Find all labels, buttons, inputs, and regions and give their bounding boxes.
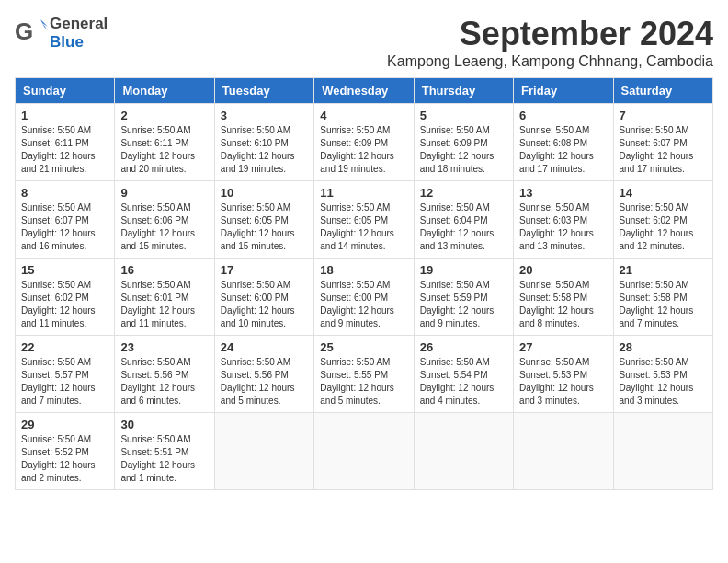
day-number: 13: [519, 186, 607, 200]
table-row: 10Sunrise: 5:50 AMSunset: 6:05 PMDayligh…: [214, 181, 313, 259]
calendar-week-row: 8Sunrise: 5:50 AMSunset: 6:07 PMDaylight…: [16, 181, 713, 259]
table-row: 11Sunrise: 5:50 AMSunset: 6:05 PMDayligh…: [314, 181, 414, 259]
day-number: 14: [620, 186, 707, 200]
calendar-header-row: Sunday Monday Tuesday Wednesday Thursday…: [16, 78, 713, 104]
table-row: [514, 413, 613, 490]
day-info: Sunrise: 5:50 AMSunset: 6:05 PMDaylight:…: [320, 201, 407, 253]
logo-general-text: General: [50, 15, 108, 32]
day-number: 22: [21, 340, 108, 354]
day-info: Sunrise: 5:50 AMSunset: 6:06 PMDaylight:…: [120, 201, 208, 253]
month-title: September 2024: [387, 15, 713, 53]
table-row: 6Sunrise: 5:50 AMSunset: 6:08 PMDaylight…: [514, 104, 613, 181]
day-info: Sunrise: 5:50 AMSunset: 5:51 PMDaylight:…: [120, 433, 208, 485]
day-info: Sunrise: 5:50 AMSunset: 5:53 PMDaylight:…: [519, 356, 607, 408]
col-saturday: Saturday: [613, 78, 712, 104]
table-row: 26Sunrise: 5:50 AMSunset: 5:54 PMDayligh…: [414, 336, 513, 413]
day-number: 1: [21, 109, 108, 122]
day-number: 11: [320, 186, 407, 200]
calendar-week-row: 29Sunrise: 5:50 AMSunset: 5:52 PMDayligh…: [16, 413, 713, 490]
day-info: Sunrise: 5:50 AMSunset: 6:07 PMDaylight:…: [620, 124, 707, 176]
day-number: 12: [420, 186, 507, 200]
table-row: [214, 413, 313, 490]
day-number: 7: [620, 109, 707, 122]
table-row: 7Sunrise: 5:50 AMSunset: 6:07 PMDaylight…: [613, 104, 712, 181]
day-info: Sunrise: 5:50 AMSunset: 6:02 PMDaylight:…: [620, 201, 707, 253]
day-info: Sunrise: 5:50 AMSunset: 6:10 PMDaylight:…: [221, 124, 308, 176]
header: G General Blue September 2024 Kampong Le…: [15, 15, 713, 70]
table-row: [414, 413, 513, 490]
day-info: Sunrise: 5:50 AMSunset: 5:56 PMDaylight:…: [120, 356, 208, 408]
table-row: 13Sunrise: 5:50 AMSunset: 6:03 PMDayligh…: [514, 181, 613, 259]
calendar-week-row: 22Sunrise: 5:50 AMSunset: 5:57 PMDayligh…: [16, 336, 713, 413]
calendar-week-row: 15Sunrise: 5:50 AMSunset: 6:02 PMDayligh…: [16, 259, 713, 336]
day-info: Sunrise: 5:50 AMSunset: 5:58 PMDaylight:…: [519, 279, 607, 330]
table-row: 15Sunrise: 5:50 AMSunset: 6:02 PMDayligh…: [16, 259, 115, 336]
table-row: 27Sunrise: 5:50 AMSunset: 5:53 PMDayligh…: [514, 336, 613, 413]
table-row: [314, 413, 414, 490]
logo-icon: G: [15, 17, 48, 49]
day-info: Sunrise: 5:50 AMSunset: 5:57 PMDaylight:…: [21, 356, 108, 408]
col-monday: Monday: [115, 78, 214, 104]
day-number: 9: [120, 186, 208, 200]
col-tuesday: Tuesday: [214, 78, 313, 104]
day-number: 24: [221, 340, 308, 354]
day-info: Sunrise: 5:50 AMSunset: 6:09 PMDaylight:…: [320, 124, 407, 176]
table-row: [613, 413, 712, 490]
day-info: Sunrise: 5:50 AMSunset: 6:01 PMDaylight:…: [120, 279, 208, 330]
day-number: 16: [120, 263, 208, 277]
col-sunday: Sunday: [16, 78, 115, 104]
table-row: 25Sunrise: 5:50 AMSunset: 5:55 PMDayligh…: [314, 336, 414, 413]
page-container: G General Blue September 2024 Kampong Le…: [15, 15, 713, 490]
day-info: Sunrise: 5:50 AMSunset: 6:09 PMDaylight:…: [420, 124, 507, 176]
calendar-table: Sunday Monday Tuesday Wednesday Thursday…: [15, 77, 713, 490]
day-info: Sunrise: 5:50 AMSunset: 5:55 PMDaylight:…: [320, 356, 407, 408]
title-section: September 2024 Kampong Leaeng, Kampong C…: [387, 15, 713, 70]
day-info: Sunrise: 5:50 AMSunset: 6:11 PMDaylight:…: [120, 124, 208, 176]
table-row: 23Sunrise: 5:50 AMSunset: 5:56 PMDayligh…: [115, 336, 214, 413]
table-row: 30Sunrise: 5:50 AMSunset: 5:51 PMDayligh…: [115, 413, 214, 490]
table-row: 24Sunrise: 5:50 AMSunset: 5:56 PMDayligh…: [214, 336, 313, 413]
table-row: 12Sunrise: 5:50 AMSunset: 6:04 PMDayligh…: [414, 181, 513, 259]
day-number: 3: [221, 109, 308, 122]
calendar-week-row: 1Sunrise: 5:50 AMSunset: 6:11 PMDaylight…: [16, 104, 713, 181]
table-row: 29Sunrise: 5:50 AMSunset: 5:52 PMDayligh…: [16, 413, 115, 490]
day-number: 17: [221, 263, 308, 277]
day-number: 23: [120, 340, 208, 354]
day-number: 6: [519, 109, 607, 122]
day-info: Sunrise: 5:50 AMSunset: 5:58 PMDaylight:…: [620, 279, 707, 330]
day-number: 15: [21, 263, 108, 277]
day-number: 25: [320, 340, 407, 354]
day-number: 27: [519, 340, 607, 354]
logo-blue-label: Blue: [50, 33, 108, 52]
day-info: Sunrise: 5:50 AMSunset: 6:07 PMDaylight:…: [21, 201, 108, 253]
day-number: 18: [320, 263, 407, 277]
day-info: Sunrise: 5:50 AMSunset: 5:52 PMDaylight:…: [21, 433, 108, 485]
day-info: Sunrise: 5:50 AMSunset: 5:53 PMDaylight:…: [620, 356, 707, 408]
table-row: 28Sunrise: 5:50 AMSunset: 5:53 PMDayligh…: [613, 336, 712, 413]
table-row: 17Sunrise: 5:50 AMSunset: 6:00 PMDayligh…: [214, 259, 313, 336]
table-row: 18Sunrise: 5:50 AMSunset: 6:00 PMDayligh…: [314, 259, 414, 336]
day-number: 2: [120, 109, 208, 122]
table-row: 2Sunrise: 5:50 AMSunset: 6:11 PMDaylight…: [115, 104, 214, 181]
day-info: Sunrise: 5:50 AMSunset: 6:00 PMDaylight:…: [320, 279, 407, 330]
day-info: Sunrise: 5:50 AMSunset: 6:08 PMDaylight:…: [519, 124, 607, 176]
table-row: 9Sunrise: 5:50 AMSunset: 6:06 PMDaylight…: [115, 181, 214, 259]
day-info: Sunrise: 5:50 AMSunset: 6:04 PMDaylight:…: [420, 201, 507, 253]
day-info: Sunrise: 5:50 AMSunset: 6:05 PMDaylight:…: [221, 201, 308, 253]
table-row: 8Sunrise: 5:50 AMSunset: 6:07 PMDaylight…: [16, 181, 115, 259]
table-row: 21Sunrise: 5:50 AMSunset: 5:58 PMDayligh…: [613, 259, 712, 336]
day-number: 5: [420, 109, 507, 122]
logo: G General Blue: [15, 15, 108, 52]
table-row: 4Sunrise: 5:50 AMSunset: 6:09 PMDaylight…: [314, 104, 414, 181]
table-row: 22Sunrise: 5:50 AMSunset: 5:57 PMDayligh…: [16, 336, 115, 413]
table-row: 19Sunrise: 5:50 AMSunset: 5:59 PMDayligh…: [414, 259, 513, 336]
day-number: 28: [620, 340, 707, 354]
day-info: Sunrise: 5:50 AMSunset: 6:03 PMDaylight:…: [519, 201, 607, 253]
col-wednesday: Wednesday: [314, 78, 414, 104]
day-number: 10: [221, 186, 308, 200]
table-row: 1Sunrise: 5:50 AMSunset: 6:11 PMDaylight…: [16, 104, 115, 181]
day-info: Sunrise: 5:50 AMSunset: 6:02 PMDaylight:…: [21, 279, 108, 330]
day-info: Sunrise: 5:50 AMSunset: 5:56 PMDaylight:…: [221, 356, 308, 408]
table-row: 5Sunrise: 5:50 AMSunset: 6:09 PMDaylight…: [414, 104, 513, 181]
col-thursday: Thursday: [414, 78, 513, 104]
